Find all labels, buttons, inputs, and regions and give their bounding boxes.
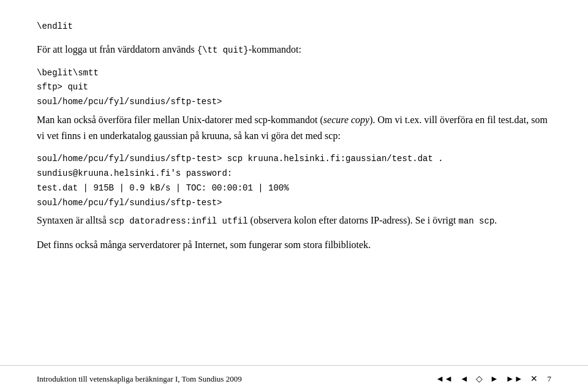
para4-block: Det finns också många serverdatorer på I… xyxy=(37,237,551,253)
code2b: sundius@kruuna.helsinki.fi's password: xyxy=(37,167,551,181)
para4-text: Det finns också många serverdatorer på I… xyxy=(37,239,371,250)
nav-diamond-button[interactable]: ◇ xyxy=(473,372,485,385)
footer: Introduktion till vetenskapliga beräknin… xyxy=(0,365,588,392)
code1c: soul/home/pcu/fyl/sundius/sftp-test> xyxy=(37,95,551,110)
code2a: soul/home/pcu/fyl/sundius/sftp-test> scp… xyxy=(37,152,551,167)
footer-navigation: ◄◄ ◄ ◇ ► ►► ✕ 7 xyxy=(433,372,551,385)
code1b: sftp> quit xyxy=(37,80,551,95)
para2-block: Man kan också överföra filer mellan Unix… xyxy=(37,112,551,143)
code2c: test.dat | 915B | 0.9 kB/s | TOC: 00:00:… xyxy=(37,181,551,196)
footer-title: Introduktion till vetenskapliga beräknin… xyxy=(37,374,433,384)
nav-prev-button[interactable]: ◄ xyxy=(458,373,471,385)
nav-first-button[interactable]: ◄◄ xyxy=(433,373,455,385)
nav-last-button[interactable]: ►► xyxy=(503,373,526,385)
endlit-text: \endlit xyxy=(37,21,73,31)
code2-block: soul/home/pcu/fyl/sundius/sftp-test> scp… xyxy=(37,152,551,210)
nav-next-button[interactable]: ► xyxy=(488,373,501,385)
endlit-line: \endlit xyxy=(37,18,551,33)
code2d: soul/home/pcu/fyl/sundius/sftp-test> xyxy=(37,196,551,211)
main-content: \endlit För att logga ut från värddatorn… xyxy=(0,0,588,365)
para3-block: Syntaxen är alltså scp datoradress:infil… xyxy=(37,213,551,228)
code1-block: \beglit\smtt sftp> quit soul/home/pcu/fy… xyxy=(37,66,551,110)
para3-text: Syntaxen är alltså scp datoradress:infil… xyxy=(37,215,497,225)
code1a: \beglit\smtt xyxy=(37,66,551,81)
nav-close-button[interactable]: ✕ xyxy=(528,372,540,385)
page-number: 7 xyxy=(548,374,552,384)
para1-block: För att logga ut från värddatorn används… xyxy=(37,42,551,58)
para1-text: För att logga ut från värddatorn används… xyxy=(37,44,301,55)
para2-text: Man kan också överföra filer mellan Unix… xyxy=(37,115,548,141)
